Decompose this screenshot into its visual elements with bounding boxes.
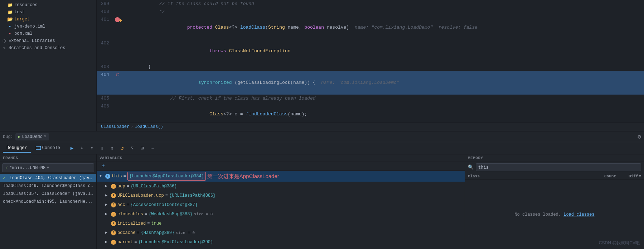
var-value: {WeakHashMap@388} <box>149 211 192 218</box>
var-item-urlclassloader-ucp[interactable]: ▶ F URLClassLoader.ucp = {URLClassPath@3… <box>97 191 465 200</box>
line-number: 404 <box>97 71 113 95</box>
frame-item-3[interactable]: checkAndLoadMain:495, LauncherHe... <box>0 198 96 206</box>
tab-debugger[interactable]: Debugger <box>3 144 31 153</box>
settings-icon[interactable]: ⚙ <box>638 133 641 140</box>
add-variable-button[interactable]: + <box>100 163 107 170</box>
frame-list: ✓ loadClass:404, ClassLoader (java.lang … <box>0 174 96 249</box>
code-line-401: 401 ◆ protected Class<?> loadClass(Strin… <box>97 16 644 39</box>
var-value: {Launcher$AppClassLoader@384} <box>129 174 204 179</box>
var-name: closeables <box>117 211 143 218</box>
frame-item-0[interactable]: ✓ loadClass:404, ClassLoader (java.lang <box>0 174 96 182</box>
sidebar-item-test[interactable]: 📁 test <box>0 9 96 16</box>
var-item-ucp[interactable]: ▶ F ucp = {URLClassPath@386} <box>97 182 465 191</box>
gutter <box>113 102 123 120</box>
close-session-button[interactable]: × <box>44 135 46 139</box>
step-into-button[interactable]: ⬆ <box>88 144 96 152</box>
breadcrumb-classloader[interactable]: ClassLoader <box>101 124 129 129</box>
variable-list: ▼ F this = {Launcher$AppClassLoader@384}… <box>97 171 465 249</box>
rerun-button[interactable]: ↺ <box>118 144 126 152</box>
var-type-icon: F <box>105 174 110 179</box>
var-item-closeables[interactable]: ▶ F closeables = {WeakHashMap@388} size … <box>97 210 465 219</box>
tab-debugger-label: Debugger <box>6 145 27 150</box>
code-line-406: 406 Class<?> c = findLoadedClass(name); <box>97 102 644 120</box>
memory-search-input[interactable] <box>476 163 641 171</box>
expand-arrow[interactable]: ▶ <box>105 183 110 190</box>
expand-arrow[interactable]: ▶ <box>105 192 110 199</box>
sidebar-item-resources[interactable]: 📁 resources <box>0 1 96 9</box>
line-number: 406 <box>97 102 113 120</box>
session-tab-loaddemo[interactable]: ▶ LoadDemo × <box>15 133 49 140</box>
var-eq: = <box>137 229 139 236</box>
sidebar-item-external-libs[interactable]: ⬡ External Libraries <box>0 37 96 44</box>
more-button[interactable]: ⋯ <box>148 144 156 152</box>
variables-toolbar: + <box>97 162 465 171</box>
sidebar-item-target[interactable]: 📂 target <box>0 16 96 23</box>
chevron-down-icon: ▼ <box>47 166 49 170</box>
var-value: {Launcher$ExtClassLoader@390} <box>138 239 213 246</box>
var-eq: = <box>127 183 129 190</box>
gutter-404: ⬡ <box>113 71 123 95</box>
memory-header: Memory <box>465 154 644 162</box>
step-over-button[interactable]: ⬇ <box>78 144 86 152</box>
var-item-this[interactable]: ▼ F this = {Launcher$AppClassLoader@384}… <box>97 171 465 182</box>
thread-check-icon: ✓ <box>5 165 8 171</box>
var-item-pdcache[interactable]: ▶ F pdcache = {HashMap@389} size = 0 <box>97 228 465 238</box>
debug-tabs-bar: Debugger Console ▶ ⬇ ⬆ ⇓ ⇑ ↺ ⌥ ⊞ ⋯ <box>0 142 644 154</box>
var-item-parallellockmap[interactable]: ▶ F parallelLockMap = {ConcurrentHashMap… <box>97 247 465 249</box>
expand-arrow[interactable]: ▶ <box>105 229 110 236</box>
folder-icon-target: 📂 <box>7 16 13 22</box>
load-classes-button[interactable]: Load classes <box>563 212 594 217</box>
code-line-405: 405 // First, check if the class has alr… <box>97 95 644 102</box>
var-name: ucp <box>117 183 125 190</box>
evaluate-button[interactable]: ⌥ <box>128 144 136 152</box>
tab-console[interactable]: Console <box>32 144 64 153</box>
var-item-parent[interactable]: ▶ F parent = {Launcher$ExtClassLoader@39… <box>97 238 465 247</box>
force-step-into-button[interactable]: ⇓ <box>98 144 106 152</box>
var-type-icon: F <box>111 240 116 245</box>
sidebar: 📁 resources 📁 test 📂 target ▪ jvm-demo.i… <box>0 0 97 131</box>
memory-body: No classes loaded. Load classes <box>465 180 644 249</box>
frame-item-1[interactable]: loadClass:349, Launcher$AppClassLo... <box>0 182 96 190</box>
debug-panel-body: Frames ✓ *main...UNNING ▼ ✓ loadClass:40… <box>0 154 644 249</box>
folder-icon: 📁 <box>7 2 13 8</box>
chevron-diff-icon[interactable]: ▼ <box>639 174 641 178</box>
code-scroll-area[interactable]: 399 // if the class could not be found 4… <box>97 0 644 120</box>
var-extra: size = 0 <box>176 229 195 236</box>
var-eq: = <box>147 220 150 227</box>
memory-col-class: Class <box>468 174 587 178</box>
expand-arrow[interactable]: ▶ <box>105 239 110 246</box>
var-name: pdcache <box>117 229 135 236</box>
var-eq: = <box>145 211 147 218</box>
step-out-button[interactable]: ⇑ <box>108 144 116 152</box>
sidebar-label-pom: pom.xml <box>14 31 32 36</box>
var-extra: size = 0 <box>194 211 213 218</box>
sidebar-label-ext: External Libraries <box>9 38 55 43</box>
code-table: 399 // if the class could not be found 4… <box>97 0 644 120</box>
var-value: {HashMap@389} <box>141 229 175 236</box>
var-value: {URLClassPath@386} <box>169 192 216 199</box>
h-scrollbar[interactable] <box>97 120 644 123</box>
sidebar-label-iml: jvm-demo.iml <box>14 24 45 29</box>
var-name: URLClassLoader.ucp <box>117 192 164 199</box>
var-value: true <box>151 220 161 227</box>
breadcrumb-loadclass[interactable]: loadClass() <box>135 124 163 129</box>
gutter <box>113 0 123 8</box>
sidebar-item-scratches[interactable]: ✎ Scratches and Consoles <box>0 44 96 52</box>
line-code: throws ClassNotFoundException <box>123 39 644 63</box>
debug-arrow: ◆ <box>119 16 122 24</box>
code-editor: 399 // if the class could not be found 4… <box>97 0 644 131</box>
resume-button[interactable]: ▶ <box>68 144 76 152</box>
line-code: // First, check if the class has already… <box>123 95 644 102</box>
line-code: { <box>123 63 644 71</box>
session-tab-label: LoadDemo <box>22 134 43 139</box>
expand-arrow[interactable]: ▼ <box>100 173 104 180</box>
sidebar-item-iml[interactable]: ▪ jvm-demo.iml <box>0 23 96 30</box>
expand-arrow[interactable]: ▶ <box>105 211 110 218</box>
frame-item-2[interactable]: loadClass:357, ClassLoader (java.lang <box>0 190 96 198</box>
thread-dropdown[interactable]: ✓ *main...UNNING ▼ <box>2 163 94 172</box>
var-item-acc[interactable]: ▶ F acc = {AccessControlContext@387} <box>97 200 465 210</box>
var-item-initialized[interactable]: ▶ F initialized = true <box>97 219 465 228</box>
expand-arrow[interactable]: ▶ <box>105 201 110 209</box>
grid-view-button[interactable]: ⊞ <box>138 144 146 152</box>
sidebar-item-pom[interactable]: ▪ pom.xml <box>0 30 96 37</box>
